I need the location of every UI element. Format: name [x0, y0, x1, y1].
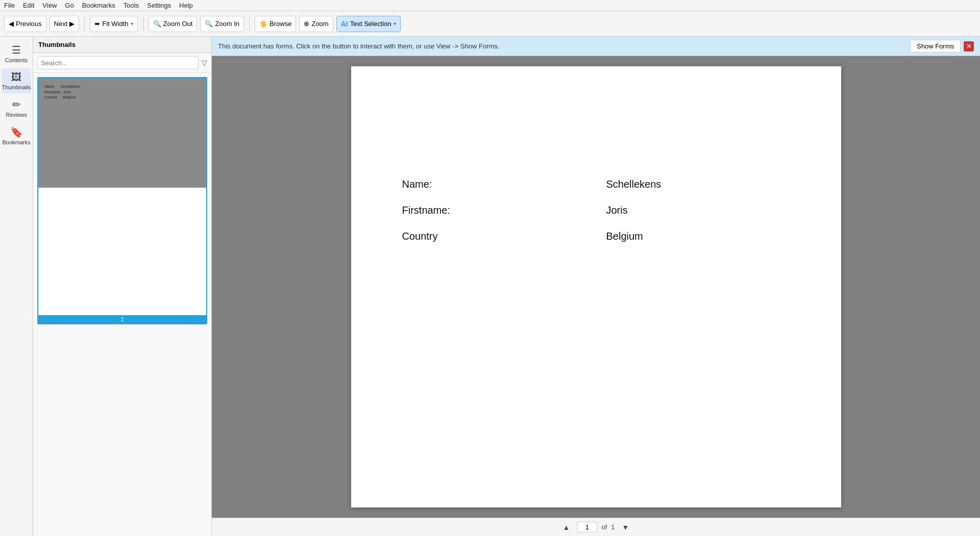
form-notification-bar: This document has forms. Click on the bu…: [212, 37, 980, 56]
menu-tools[interactable]: Tools: [124, 2, 139, 9]
menu-file[interactable]: File: [4, 2, 15, 9]
previous-button[interactable]: ◀ Previous: [4, 16, 46, 32]
page-prev-button[interactable]: ▲: [560, 522, 573, 532]
form-notification-actions: Show Forms ✕: [910, 40, 974, 53]
total-pages: 1: [611, 523, 615, 531]
zoom-in-button[interactable]: 🔍 Zoom In: [200, 16, 244, 32]
browse-label: Browse: [270, 20, 291, 28]
fit-width-button[interactable]: ⬌ Fit Width ▾: [90, 16, 137, 32]
separator-2: [143, 17, 143, 31]
separator-1: [84, 17, 85, 31]
thumbnail-page-1[interactable]: Name: Schellekens Firstname: Joris Count…: [37, 77, 207, 324]
next-button[interactable]: Next ▶: [50, 16, 80, 32]
name-value: Schellekens: [606, 178, 662, 190]
document-page: Name: Schellekens Firstname: Joris Count…: [351, 66, 841, 507]
show-forms-button[interactable]: Show Forms: [910, 40, 961, 53]
country-label: Country: [402, 231, 606, 242]
menu-bookmarks[interactable]: Bookmarks: [82, 2, 115, 9]
text-selection-label: Text Selection: [350, 20, 391, 28]
menu-go[interactable]: Go: [65, 2, 74, 9]
menu-help[interactable]: Help: [179, 2, 193, 9]
sidebar-item-thumbnails[interactable]: 🖼 Thumbnails: [2, 68, 31, 93]
thumb-country-value: Belgium: [63, 95, 76, 99]
thumbnail-page-number: 1: [38, 315, 206, 323]
thumb-firstname-value: Joris: [63, 90, 71, 94]
thumb-name-value: Schellekens: [61, 85, 80, 88]
text-selection-button[interactable]: AI Text Selection ▾: [336, 16, 401, 32]
next-icon: ▶: [69, 20, 75, 28]
menu-edit[interactable]: Edit: [23, 2, 34, 9]
thumbnails-list: Name: Schellekens Firstname: Joris Count…: [33, 73, 211, 536]
separator-3: [249, 17, 250, 31]
fit-width-icon: ⬌: [94, 20, 100, 28]
document-content: Name: Schellekens Firstname: Joris Count…: [372, 87, 821, 287]
document-area: This document has forms. Click on the bu…: [212, 37, 980, 536]
zoom-out-icon: 🔍: [153, 20, 161, 28]
sidebar-icons: ☰ Contents 🖼 Thumbnails ✏ Reviews 🔖 Book…: [0, 37, 33, 536]
document-scroll[interactable]: Name: Schellekens Firstname: Joris Count…: [212, 56, 980, 518]
zoom-icon: ⊕: [304, 20, 309, 28]
contents-label: Contents: [5, 57, 28, 63]
zoom-out-label: Zoom Out: [163, 20, 193, 28]
sidebar-item-bookmarks[interactable]: 🔖 Bookmarks: [2, 123, 31, 148]
menu-settings[interactable]: Settings: [147, 2, 171, 9]
name-label: Name:: [402, 178, 606, 190]
thumbnails-header: Thumbnails: [33, 37, 211, 53]
form-notification-message: This document has forms. Click on the bu…: [218, 42, 499, 50]
browse-button[interactable]: 🖐 Browse: [255, 16, 296, 32]
search-input[interactable]: [37, 56, 199, 69]
thumb-firstname-label: Firstname:: [44, 90, 61, 94]
thumbnails-label: Thumbnails: [2, 84, 31, 90]
bookmarks-icon: 🔖: [10, 126, 23, 138]
main-layout: ☰ Contents 🖼 Thumbnails ✏ Reviews 🔖 Book…: [0, 37, 980, 536]
zoom-label: Zoom: [311, 20, 328, 28]
country-value: Belgium: [606, 231, 643, 242]
previous-label: Previous: [16, 20, 42, 28]
zoom-button[interactable]: ⊕ Zoom: [299, 16, 333, 32]
page-next-button[interactable]: ▼: [619, 522, 632, 532]
ai-icon: AI: [341, 20, 348, 28]
zoom-out-button[interactable]: 🔍 Zoom Out: [149, 16, 198, 32]
contents-icon: ☰: [12, 44, 21, 56]
sidebar-item-reviews[interactable]: ✏ Reviews: [2, 95, 31, 121]
fit-width-arrow-icon: ▾: [131, 21, 133, 27]
firstname-label: Firstname:: [402, 205, 606, 216]
thumbnails-icon: 🖼: [11, 71, 21, 83]
thumbnails-panel: Thumbnails ▽ Name: Schellekens Firstname…: [33, 37, 212, 536]
thumbnails-search-bar: ▽: [33, 53, 211, 73]
menu-bar: File Edit View Go Bookmarks Tools Settin…: [0, 0, 980, 11]
table-row: Name: Schellekens: [402, 178, 790, 190]
page-of-label: of: [601, 523, 607, 531]
text-selection-arrow-icon: ▾: [394, 21, 396, 27]
thumb-name-label: Name:: [44, 85, 55, 88]
table-row: Country Belgium: [402, 231, 790, 242]
thumb-country-label: Country: [44, 95, 57, 99]
menu-view[interactable]: View: [42, 2, 57, 9]
bookmarks-label: Bookmarks: [2, 139, 30, 145]
thumbnail-text: Name: Schellekens Firstname: Joris Count…: [44, 84, 80, 100]
thumbnail-page-upper: Name: Schellekens Firstname: Joris Count…: [38, 78, 206, 188]
page-navigation: ▲ of 1 ▼: [212, 518, 980, 536]
toolbar: ◀ Previous Next ▶ ⬌ Fit Width ▾ 🔍 Zoom O…: [0, 11, 980, 37]
firstname-value: Joris: [606, 205, 628, 216]
filter-icon[interactable]: ▽: [202, 59, 207, 67]
zoom-in-icon: 🔍: [205, 20, 213, 28]
browse-icon: 🖐: [259, 20, 267, 28]
thumbnail-page-lower: [38, 188, 206, 315]
page-number-input[interactable]: [577, 522, 597, 532]
zoom-in-label: Zoom In: [215, 20, 239, 28]
fit-width-label: Fit Width: [102, 20, 128, 28]
next-label: Next: [54, 20, 68, 28]
reviews-icon: ✏: [12, 98, 21, 111]
thumbnails-title: Thumbnails: [38, 41, 76, 48]
table-row: Firstname: Joris: [402, 205, 790, 216]
reviews-label: Reviews: [6, 112, 27, 118]
close-notification-button[interactable]: ✕: [964, 41, 974, 52]
sidebar-item-contents[interactable]: ☰ Contents: [2, 41, 31, 66]
previous-icon: ◀: [9, 20, 14, 28]
